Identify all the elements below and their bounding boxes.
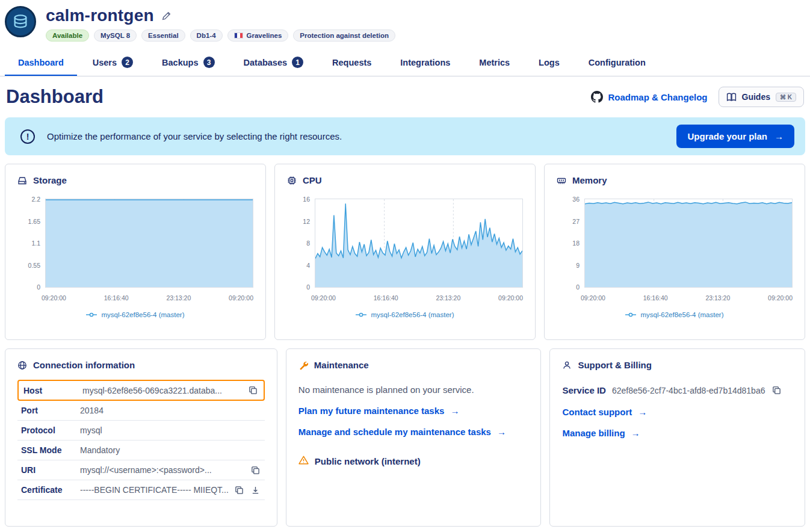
legend-line-icon	[356, 312, 366, 318]
manage-maintenance-link[interactable]: Manage and schedule my maintenance tasks	[298, 427, 529, 437]
copy-host-icon[interactable]	[247, 385, 259, 396]
database-logo-icon	[5, 6, 36, 37]
row-label: Port	[21, 406, 75, 415]
guides-button[interactable]: Guides ⌘ K	[719, 87, 804, 107]
row-value: mysql-62ef8e56-069ca3221.databa...	[82, 386, 243, 395]
warning-icon	[298, 455, 309, 467]
tab-label: Backups	[162, 58, 198, 67]
service-id-value: 62ef8e56-2cf7-4bc1-afd8-ed7b14d81ba6	[612, 386, 765, 395]
service-badges: Available MySQL 8 Essential Db1-4 Gravel…	[46, 29, 395, 42]
row-label: Certificate	[21, 485, 75, 495]
guides-label: Guides	[742, 92, 770, 102]
legend-line-icon	[625, 312, 636, 318]
row-label: SSL Mode	[21, 445, 75, 455]
tab-bar: Dashboard Users2 Backups3 Databases1 Req…	[0, 49, 810, 76]
tab-configuration[interactable]: Configuration	[575, 49, 659, 76]
users-count-badge: 2	[122, 57, 133, 68]
memory-icon	[557, 176, 566, 185]
tab-label: Users	[93, 58, 117, 67]
tab-requests[interactable]: Requests	[319, 49, 385, 76]
plan-badge: Essential	[141, 29, 185, 42]
copy-service-id-icon[interactable]	[771, 385, 782, 396]
link-label: Contact support	[562, 407, 632, 417]
connection-row-ssl-mode: SSL Mode Mandatory	[17, 441, 265, 460]
download-certificate-icon[interactable]	[250, 484, 261, 496]
service-id-row: Service ID 62ef8e56-2cf7-4bc1-afd8-ed7b1…	[562, 385, 793, 396]
tab-dashboard[interactable]: Dashboard	[5, 49, 77, 76]
arrow-right-icon	[631, 428, 640, 438]
tab-integrations[interactable]: Integrations	[387, 49, 463, 76]
storage-legend[interactable]: mysql-62ef8e56-4 (master)	[17, 311, 253, 318]
storage-chart	[45, 199, 253, 288]
legend-label: mysql-62ef8e56-4 (master)	[101, 311, 184, 318]
roadmap-label: Roadmap & Changelog	[608, 92, 708, 102]
engine-badge: MySQL 8	[94, 29, 137, 42]
storage-icon	[17, 176, 27, 185]
cpu-chart	[315, 199, 523, 288]
arrow-right-icon	[497, 427, 506, 437]
contact-support-link[interactable]: Contact support	[562, 407, 793, 417]
tab-label: Databases	[244, 58, 288, 67]
storage-y-axis: 2.21.651.10.550	[17, 196, 45, 291]
connection-card: Connection information Host mysql-62ef8e…	[5, 348, 277, 527]
row-value: 20184	[80, 406, 261, 415]
roadmap-changelog-link[interactable]: Roadmap & Changelog	[591, 91, 708, 103]
service-header: calm-rontgen Available MySQL 8 Essential…	[0, 0, 810, 42]
tab-logs[interactable]: Logs	[525, 49, 573, 76]
tab-databases[interactable]: Databases1	[230, 49, 317, 76]
row-label: Protocol	[21, 425, 75, 435]
card-title-label: CPU	[303, 175, 322, 185]
person-icon	[562, 360, 572, 370]
metric-cards: Storage 2.21.651.10.550 09:20:0016:16:40…	[5, 164, 805, 340]
memory-legend[interactable]: mysql-62ef8e56-4 (master)	[557, 311, 793, 318]
page-title: Dashboard	[6, 86, 104, 108]
service-id-label: Service ID	[562, 385, 606, 395]
manage-billing-link[interactable]: Manage billing	[562, 428, 793, 438]
memory-y-axis: 36271890	[557, 196, 584, 291]
legend-line-icon	[86, 312, 97, 318]
copy-certificate-icon[interactable]	[233, 484, 245, 496]
wrench-icon	[298, 360, 308, 370]
tab-users[interactable]: Users2	[79, 49, 146, 76]
maintenance-message: No maintenance is planned on your servic…	[298, 385, 529, 395]
plan-maintenance-link[interactable]: Plan my future maintenance tasks	[298, 406, 529, 416]
tab-label: Logs	[539, 58, 560, 67]
tab-metrics[interactable]: Metrics	[466, 49, 523, 76]
book-icon	[726, 93, 737, 102]
tab-backups[interactable]: Backups3	[149, 49, 227, 76]
connection-row-port: Port 20184	[17, 401, 265, 421]
connection-row-certificate: Certificate -----BEGIN CERTIFICATE----- …	[17, 480, 265, 500]
maintenance-card: Maintenance No maintenance is planned on…	[286, 348, 542, 527]
copy-uri-icon[interactable]	[250, 465, 261, 476]
card-title-label: Connection information	[33, 360, 135, 370]
link-label: Manage billing	[562, 428, 625, 438]
memory-chart	[584, 199, 793, 288]
upgrade-label: Upgrade your plan	[687, 131, 767, 141]
banner-message: Optimize the performance of your service…	[47, 131, 664, 141]
row-label: URI	[21, 465, 75, 475]
card-title-label: Maintenance	[314, 360, 369, 370]
region-badge: Gravelines	[227, 29, 289, 42]
databases-count-badge: 1	[292, 57, 303, 68]
tab-label: Configuration	[589, 58, 646, 67]
connection-row-host: Host mysql-62ef8e56-069ca3221.databa...	[17, 380, 265, 401]
arrow-right-icon	[638, 407, 647, 417]
cpu-x-axis: 09:20:0016:16:4023:13:2009:20:00	[311, 294, 523, 302]
support-billing-card: Support & Billing Service ID 62ef8e56-2c…	[549, 348, 805, 527]
arrow-right-icon	[774, 131, 784, 141]
upgrade-plan-button[interactable]: Upgrade your plan	[676, 125, 794, 148]
arrow-right-icon	[450, 406, 459, 416]
status-badge: Available	[46, 29, 89, 42]
backups-count-badge: 3	[203, 57, 215, 68]
keyboard-shortcut-badge: ⌘ K	[776, 93, 796, 102]
edit-name-icon[interactable]	[161, 11, 172, 21]
github-icon	[591, 91, 603, 103]
memory-card: Memory 36271890 09:20:0016:16:4023:13:20…	[544, 164, 805, 340]
network-label: Public network (internet)	[315, 456, 421, 466]
row-value: mysql	[80, 425, 261, 435]
cpu-legend[interactable]: mysql-62ef8e56-4 (master)	[287, 311, 523, 318]
flavor-badge: Db1-4	[190, 29, 223, 42]
row-value: Mandatory	[80, 445, 261, 455]
row-value: -----BEGIN CERTIFICATE----- MIIEQT...	[80, 485, 229, 495]
tab-label: Metrics	[479, 58, 510, 67]
